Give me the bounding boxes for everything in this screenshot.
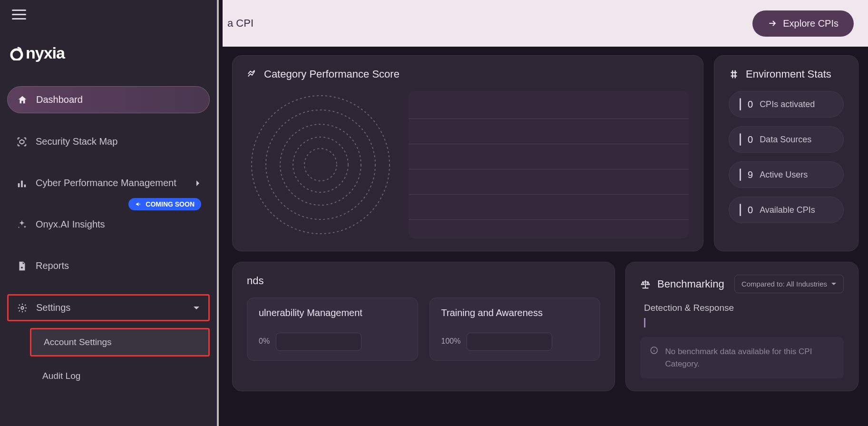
sidebar-item-label: Dashboard [36, 94, 83, 105]
sidebar-item-label: Reports [36, 260, 69, 271]
svg-point-6 [266, 110, 375, 219]
card-title: Benchmarking [640, 278, 724, 290]
top-bar: a CPI Explore CPIs [223, 0, 868, 47]
sidebar-subitem-label: Account Settings [44, 337, 112, 347]
svg-rect-1 [18, 183, 20, 187]
benchmark-compare-dropdown[interactable]: Compared to: All Industries [734, 275, 844, 293]
logo-mark-icon [10, 46, 24, 60]
sidebar-item-insights[interactable]: Onyx.AI Insights COMING SOON [7, 211, 210, 238]
card-title: nds [247, 275, 600, 287]
cursor-indicator [644, 318, 645, 327]
svg-point-9 [304, 149, 337, 181]
sidebar-subitem-account-settings[interactable]: Account Settings [30, 328, 210, 357]
stat-data-sources[interactable]: 0 Data Sources [729, 126, 844, 153]
sidebar-item-settings[interactable]: Settings [9, 296, 208, 320]
benchmark-subtitle: Detection & Response [640, 303, 844, 313]
sidebar-item-label: Onyx.AI Insights [36, 219, 105, 230]
svg-point-7 [280, 124, 361, 205]
logo-text: nyxia [26, 44, 65, 62]
svg-rect-2 [21, 180, 23, 187]
svg-point-4 [21, 307, 24, 309]
sidebar-item-label: Security Stack Map [36, 136, 117, 147]
card-title: Category Performance Score [247, 68, 689, 80]
sidebar: nyxia Dashboard Security Stack Map Cyber… [0, 0, 219, 426]
chevron-right-icon [195, 180, 200, 187]
performance-score-card: Category Performance Score [232, 55, 703, 251]
benchmark-empty-state: No benchmark data available for this CPI… [640, 337, 844, 378]
document-icon [17, 261, 27, 271]
radial-chart-placeholder [247, 91, 394, 238]
cube-scan-icon [17, 137, 27, 147]
trend-tile-training[interactable]: Training and Awareness 100% [429, 297, 601, 361]
logo: nyxia [10, 44, 210, 62]
svg-point-8 [293, 137, 348, 192]
benchmarking-card: Benchmarking Compared to: All Industries… [625, 262, 858, 391]
highlight-settings: Settings [7, 294, 210, 321]
hamburger-menu-icon[interactable] [12, 10, 26, 20]
main-content: a CPI Explore CPIs Category Performance … [223, 0, 868, 426]
stat-cpis-activated[interactable]: 0 CPIs activated [729, 91, 844, 118]
mini-chart-placeholder [276, 333, 361, 351]
coming-soon-badge: COMING SOON [128, 198, 201, 210]
sidebar-subitem-audit-log[interactable]: Audit Log [30, 363, 210, 389]
gear-icon [17, 303, 28, 313]
chevron-down-icon [831, 282, 837, 286]
chevron-down-icon [193, 306, 200, 310]
sparkles-icon [17, 219, 27, 230]
info-icon [650, 346, 658, 355]
card-title: Environment Stats [729, 68, 844, 80]
mini-chart-placeholder [467, 333, 552, 351]
home-icon [17, 95, 28, 105]
svg-rect-3 [24, 184, 26, 187]
stat-available-cpis[interactable]: 0 Available CPIs [729, 197, 844, 223]
trends-card: nds ulnerability Management 0% Training … [232, 262, 615, 391]
hash-icon [729, 69, 739, 79]
environment-stats-card: Environment Stats 0 CPIs activated 0 Dat… [714, 55, 858, 251]
arrow-right-icon [768, 19, 777, 28]
stat-active-users[interactable]: 9 Active Users [729, 161, 844, 188]
sidebar-item-stack-map[interactable]: Security Stack Map [7, 129, 210, 155]
sidebar-item-cyber-performance[interactable]: Cyber Performance Management [7, 170, 210, 196]
svg-point-5 [252, 96, 390, 234]
trend-tile-vulnerability[interactable]: ulnerability Management 0% [247, 297, 418, 361]
bar-chart-icon [17, 178, 27, 188]
sidebar-item-label: Settings [36, 302, 70, 313]
trend-icon [247, 69, 257, 79]
sidebar-item-label: Cyber Performance Management [36, 178, 176, 188]
sidebar-subitem-label: Audit Log [42, 371, 80, 381]
sidebar-item-dashboard[interactable]: Dashboard [7, 86, 210, 113]
legend-placeholder [409, 91, 689, 238]
megaphone-icon [135, 200, 143, 208]
sidebar-item-reports[interactable]: Reports [7, 253, 210, 279]
scale-icon [640, 279, 651, 289]
top-bar-text: a CPI [227, 17, 254, 30]
explore-cpis-button[interactable]: Explore CPIs [752, 10, 854, 37]
